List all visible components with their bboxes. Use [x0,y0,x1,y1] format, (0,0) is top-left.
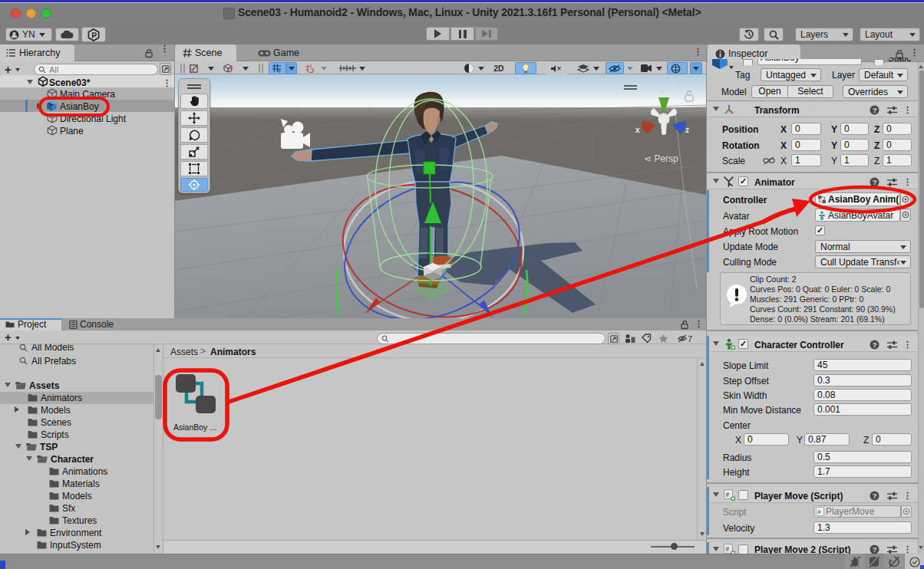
svg-text:?: ? [873,106,877,114]
svg-text:?: ? [873,178,877,186]
svg-text:Y: Y [278,69,281,74]
svg-text:?: ? [873,340,877,349]
svg-text:?: ? [873,545,877,554]
svg-text:7: 7 [688,334,692,344]
svg-text:#: # [726,545,730,553]
svg-text:#: # [726,491,730,498]
svg-text:y: y [660,86,665,95]
svg-text:#: # [817,508,821,515]
svg-text:x: x [635,126,640,134]
svg-text:z: z [685,126,689,134]
svg-text:⋖ Persp: ⋖ Persp [644,153,678,164]
svg-text:?: ? [873,492,877,500]
